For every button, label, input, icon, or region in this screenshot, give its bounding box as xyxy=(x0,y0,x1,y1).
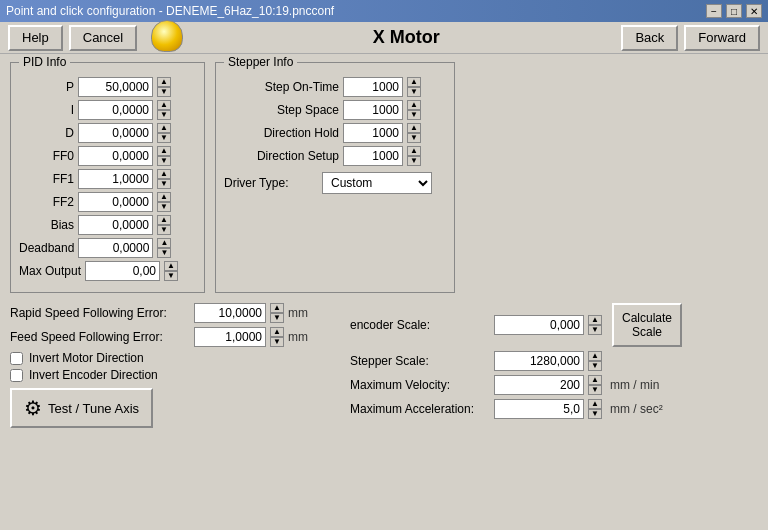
max-accel-spinner[interactable]: ▲ ▼ xyxy=(588,399,602,419)
encoder-scale-spinner[interactable]: ▲ ▼ xyxy=(588,315,602,335)
pid-ff1-label: FF1 xyxy=(19,172,74,186)
step-space-input[interactable] xyxy=(343,100,403,120)
step-space-up[interactable]: ▲ xyxy=(407,100,421,110)
direction-setup-input[interactable] xyxy=(343,146,403,166)
close-button[interactable]: ✕ xyxy=(746,4,762,18)
pid-i-down[interactable]: ▼ xyxy=(157,110,171,120)
calculate-scale-button[interactable]: Calculate Scale xyxy=(612,303,682,347)
pid-p-up[interactable]: ▲ xyxy=(157,77,171,87)
direction-setup-down[interactable]: ▼ xyxy=(407,156,421,166)
pid-d-up[interactable]: ▲ xyxy=(157,123,171,133)
rapid-speed-down[interactable]: ▼ xyxy=(270,313,284,323)
max-velocity-down[interactable]: ▼ xyxy=(588,385,602,395)
pid-bias-down[interactable]: ▼ xyxy=(157,225,171,235)
test-tune-button[interactable]: ⚙ Test / Tune Axis xyxy=(10,388,153,428)
max-velocity-up[interactable]: ▲ xyxy=(588,375,602,385)
pid-deadband-input[interactable] xyxy=(78,238,153,258)
max-accel-down[interactable]: ▼ xyxy=(588,409,602,419)
step-ontime-up[interactable]: ▲ xyxy=(407,77,421,87)
pid-deadband-spinner[interactable]: ▲ ▼ xyxy=(157,238,171,258)
encoder-scale-down[interactable]: ▼ xyxy=(588,325,602,335)
pid-ff0-spinner[interactable]: ▲ ▼ xyxy=(157,146,171,166)
invert-motor-checkbox[interactable] xyxy=(10,352,23,365)
stepper-scale-spinner[interactable]: ▲ ▼ xyxy=(588,351,602,371)
feed-speed-input[interactable] xyxy=(194,327,266,347)
pid-d-down[interactable]: ▼ xyxy=(157,133,171,143)
pid-p-input[interactable] xyxy=(78,77,153,97)
help-button[interactable]: Help xyxy=(8,25,63,51)
encoder-scale-up[interactable]: ▲ xyxy=(588,315,602,325)
pid-ff2-down[interactable]: ▼ xyxy=(157,202,171,212)
rapid-speed-input[interactable] xyxy=(194,303,266,323)
pid-ff1-down[interactable]: ▼ xyxy=(157,179,171,189)
pid-p-down[interactable]: ▼ xyxy=(157,87,171,97)
direction-hold-down[interactable]: ▼ xyxy=(407,133,421,143)
pid-ff2-input[interactable] xyxy=(78,192,153,212)
step-space-spinner[interactable]: ▲ ▼ xyxy=(407,100,421,120)
direction-hold-spinner[interactable]: ▲ ▼ xyxy=(407,123,421,143)
pid-bias-input[interactable] xyxy=(78,215,153,235)
step-ontime-row: Step On-Time ▲ ▼ xyxy=(224,77,446,97)
pid-d-input[interactable] xyxy=(78,123,153,143)
encoder-scale-input[interactable] xyxy=(494,315,584,335)
forward-button[interactable]: Forward xyxy=(684,25,760,51)
pid-deadband-down[interactable]: ▼ xyxy=(157,248,171,258)
pid-maxoutput-spinner[interactable]: ▲ ▼ xyxy=(164,261,178,281)
pid-bias-up[interactable]: ▲ xyxy=(157,215,171,225)
feed-speed-down[interactable]: ▼ xyxy=(270,337,284,347)
stepper-scale-down[interactable]: ▼ xyxy=(588,361,602,371)
title-bar: Point and click configuration - DENEME_6… xyxy=(0,0,768,22)
feed-speed-up[interactable]: ▲ xyxy=(270,327,284,337)
bulb-icon xyxy=(151,20,183,52)
minimize-button[interactable]: − xyxy=(706,4,722,18)
pid-bias-spinner[interactable]: ▲ ▼ xyxy=(157,215,171,235)
direction-setup-up[interactable]: ▲ xyxy=(407,146,421,156)
invert-encoder-checkbox[interactable] xyxy=(10,369,23,382)
pid-ff0-up[interactable]: ▲ xyxy=(157,146,171,156)
pid-maxoutput-down[interactable]: ▼ xyxy=(164,271,178,281)
pid-ff2-spinner[interactable]: ▲ ▼ xyxy=(157,192,171,212)
pid-bias-row: Bias ▲ ▼ xyxy=(19,215,196,235)
driver-type-select[interactable]: Custom Option2 Option3 xyxy=(322,172,432,194)
pid-deadband-up[interactable]: ▲ xyxy=(157,238,171,248)
cancel-button[interactable]: Cancel xyxy=(69,25,137,51)
direction-hold-input[interactable] xyxy=(343,123,403,143)
pid-ff2-up[interactable]: ▲ xyxy=(157,192,171,202)
max-accel-up[interactable]: ▲ xyxy=(588,399,602,409)
pid-ff1-input[interactable] xyxy=(78,169,153,189)
pid-ff0-down[interactable]: ▼ xyxy=(157,156,171,166)
pid-i-row: I ▲ ▼ xyxy=(19,100,196,120)
direction-hold-label: Direction Hold xyxy=(224,126,339,140)
rapid-speed-up[interactable]: ▲ xyxy=(270,303,284,313)
pid-d-spinner[interactable]: ▲ ▼ xyxy=(157,123,171,143)
stepper-scale-up[interactable]: ▲ xyxy=(588,351,602,361)
direction-setup-row: Direction Setup ▲ ▼ xyxy=(224,146,446,166)
feed-speed-spinner[interactable]: ▲ ▼ xyxy=(270,327,284,347)
pid-p-spinner[interactable]: ▲ ▼ xyxy=(157,77,171,97)
step-ontime-input[interactable] xyxy=(343,77,403,97)
step-space-row: Step Space ▲ ▼ xyxy=(224,100,446,120)
bottom-row: Rapid Speed Following Error: ▲ ▼ mm Feed… xyxy=(10,303,758,428)
step-ontime-spinner[interactable]: ▲ ▼ xyxy=(407,77,421,97)
pid-i-spinner[interactable]: ▲ ▼ xyxy=(157,100,171,120)
stepper-scale-input[interactable] xyxy=(494,351,584,371)
max-velocity-input[interactable] xyxy=(494,375,584,395)
pid-ff1-spinner[interactable]: ▲ ▼ xyxy=(157,169,171,189)
step-space-label: Step Space xyxy=(224,103,339,117)
pid-d-label: D xyxy=(19,126,74,140)
pid-ff1-up[interactable]: ▲ xyxy=(157,169,171,179)
pid-i-input[interactable] xyxy=(78,100,153,120)
direction-hold-up[interactable]: ▲ xyxy=(407,123,421,133)
pid-i-up[interactable]: ▲ xyxy=(157,100,171,110)
rapid-speed-spinner[interactable]: ▲ ▼ xyxy=(270,303,284,323)
direction-setup-spinner[interactable]: ▲ ▼ xyxy=(407,146,421,166)
step-ontime-down[interactable]: ▼ xyxy=(407,87,421,97)
back-button[interactable]: Back xyxy=(621,25,678,51)
pid-maxoutput-up[interactable]: ▲ xyxy=(164,261,178,271)
step-space-down[interactable]: ▼ xyxy=(407,110,421,120)
maximize-button[interactable]: □ xyxy=(726,4,742,18)
pid-ff0-input[interactable] xyxy=(78,146,153,166)
max-accel-input[interactable] xyxy=(494,399,584,419)
pid-maxoutput-input[interactable] xyxy=(85,261,160,281)
max-velocity-spinner[interactable]: ▲ ▼ xyxy=(588,375,602,395)
